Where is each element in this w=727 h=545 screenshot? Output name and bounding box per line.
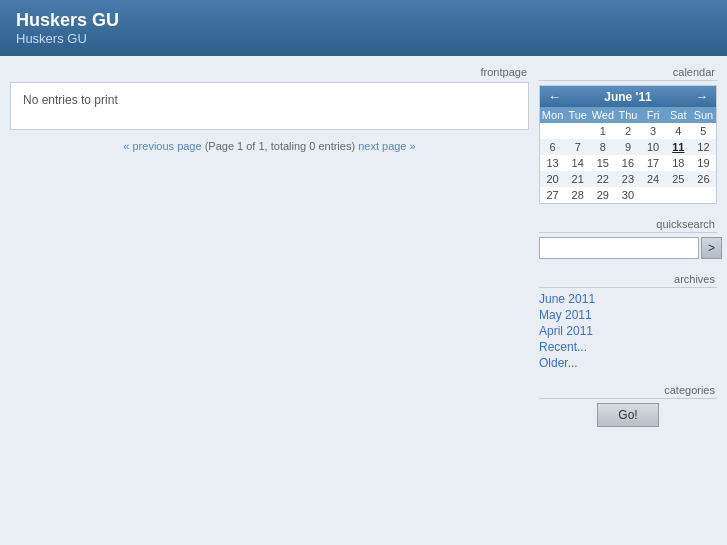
- site-subtitle: Huskers GU: [16, 31, 711, 46]
- cal-header-tue: Tue: [565, 107, 590, 123]
- calendar-day-cell: [641, 187, 666, 203]
- calendar-day-cell[interactable]: 14: [565, 155, 590, 171]
- site-title: Huskers GU: [16, 10, 711, 31]
- list-item: Older...: [539, 356, 717, 370]
- calendar-prev-btn[interactable]: ←: [546, 89, 563, 104]
- calendar-day-cell[interactable]: 17: [641, 155, 666, 171]
- calendar-day-cell[interactable]: 19: [691, 155, 716, 171]
- calendar-day-cell[interactable]: 15: [590, 155, 615, 171]
- calendar-day-cell[interactable]: 12: [691, 139, 716, 155]
- calendar-week-row: 27282930: [540, 187, 716, 203]
- calendar-day-cell[interactable]: 24: [641, 171, 666, 187]
- sidebar: calendar ← June '11 → Mon Tue Wed: [539, 66, 717, 441]
- calendar-day-cell: [666, 187, 691, 203]
- calendar-day-cell[interactable]: 7: [565, 139, 590, 155]
- pagination: « previous page (Page 1 of 1, totaling 0…: [10, 140, 529, 152]
- calendar-day-cell[interactable]: 28: [565, 187, 590, 203]
- entries-box: No entries to print: [10, 82, 529, 130]
- calendar-week-row: 6789101112: [540, 139, 716, 155]
- list-item: April 2011: [539, 324, 717, 338]
- quicksearch-row: >: [539, 237, 717, 259]
- archives-section-title: archives: [539, 273, 717, 288]
- frontpage-label: frontpage: [10, 66, 529, 78]
- categories-section: categories Go!: [539, 384, 717, 427]
- calendar-day-cell[interactable]: 4: [666, 123, 691, 139]
- main-content: frontpage No entries to print « previous…: [10, 66, 529, 441]
- calendar-week-row: 20212223242526: [540, 171, 716, 187]
- calendar-day-cell[interactable]: 11: [666, 139, 691, 155]
- quicksearch-input[interactable]: [539, 237, 699, 259]
- calendar-day-cell[interactable]: 18: [666, 155, 691, 171]
- calendar-day-cell: [691, 187, 716, 203]
- list-item: Recent...: [539, 340, 717, 354]
- next-page-link[interactable]: next page »: [358, 140, 416, 152]
- list-item: June 2011: [539, 292, 717, 306]
- cal-header-fri: Fri: [641, 107, 666, 123]
- calendar-week-row: 13141516171819: [540, 155, 716, 171]
- archive-link[interactable]: Older...: [539, 356, 578, 370]
- calendar-day-cell[interactable]: 26: [691, 171, 716, 187]
- archive-link[interactable]: June 2011: [539, 292, 595, 306]
- categories-go-btn[interactable]: Go!: [597, 403, 658, 427]
- quicksearch-btn[interactable]: >: [701, 237, 722, 259]
- calendar-day-cell[interactable]: 13: [540, 155, 565, 171]
- calendar-day-cell[interactable]: 10: [641, 139, 666, 155]
- quicksearch-section-title: quicksearch: [539, 218, 717, 233]
- calendar-month-label: June '11: [604, 90, 652, 104]
- calendar-section: calendar ← June '11 → Mon Tue Wed: [539, 66, 717, 204]
- calendar-day-cell[interactable]: 30: [615, 187, 640, 203]
- calendar-day-cell[interactable]: 27: [540, 187, 565, 203]
- calendar-day-cell: [565, 123, 590, 139]
- list-item: May 2011: [539, 308, 717, 322]
- calendar-day-cell[interactable]: 3: [641, 123, 666, 139]
- calendar-day-cell[interactable]: 22: [590, 171, 615, 187]
- calendar-day-cell[interactable]: 16: [615, 155, 640, 171]
- calendar-next-btn[interactable]: →: [693, 89, 710, 104]
- calendar-week-row: 12345: [540, 123, 716, 139]
- calendar-day-cell[interactable]: 21: [565, 171, 590, 187]
- categories-section-title: categories: [539, 384, 717, 399]
- cal-header-wed: Wed: [590, 107, 615, 123]
- cal-header-sun: Sun: [691, 107, 716, 123]
- archive-link[interactable]: April 2011: [539, 324, 593, 338]
- calendar-day-cell[interactable]: 1: [590, 123, 615, 139]
- page-wrapper: frontpage No entries to print « previous…: [0, 56, 727, 545]
- calendar-day-cell[interactable]: 9: [615, 139, 640, 155]
- cal-header-sat: Sat: [666, 107, 691, 123]
- calendar-days-header: Mon Tue Wed Thu Fri Sat Sun: [540, 107, 716, 123]
- quicksearch-section: quicksearch >: [539, 218, 717, 259]
- site-header: Huskers GU Huskers GU: [0, 0, 727, 56]
- cal-header-mon: Mon: [540, 107, 565, 123]
- calendar-header: ← June '11 →: [540, 86, 716, 107]
- calendar-section-title: calendar: [539, 66, 717, 81]
- calendar-day-cell[interactable]: 29: [590, 187, 615, 203]
- pagination-info: (Page 1 of 1, totaling 0 entries): [205, 140, 355, 152]
- cal-header-thu: Thu: [615, 107, 640, 123]
- calendar-day-cell[interactable]: 23: [615, 171, 640, 187]
- layout: frontpage No entries to print « previous…: [10, 66, 717, 441]
- calendar-day-cell[interactable]: 5: [691, 123, 716, 139]
- calendar-day-cell: [540, 123, 565, 139]
- archive-link[interactable]: May 2011: [539, 308, 592, 322]
- archives-section: archives June 2011May 2011April 2011Rece…: [539, 273, 717, 370]
- archive-link[interactable]: Recent...: [539, 340, 587, 354]
- calendar-day-cell[interactable]: 25: [666, 171, 691, 187]
- calendar-day-cell[interactable]: 2: [615, 123, 640, 139]
- calendar-day-cell[interactable]: 8: [590, 139, 615, 155]
- archives-list: June 2011May 2011April 2011Recent...Olde…: [539, 292, 717, 370]
- calendar-body: 1234567891011121314151617181920212223242…: [540, 123, 716, 203]
- calendar-grid: Mon Tue Wed Thu Fri Sat Sun 123456789101…: [540, 107, 716, 203]
- prev-page-link[interactable]: « previous page: [123, 140, 201, 152]
- calendar-widget: ← June '11 → Mon Tue Wed Thu Fri: [539, 85, 717, 204]
- no-entries-text: No entries to print: [23, 93, 118, 107]
- calendar-day-cell[interactable]: 6: [540, 139, 565, 155]
- calendar-day-cell[interactable]: 20: [540, 171, 565, 187]
